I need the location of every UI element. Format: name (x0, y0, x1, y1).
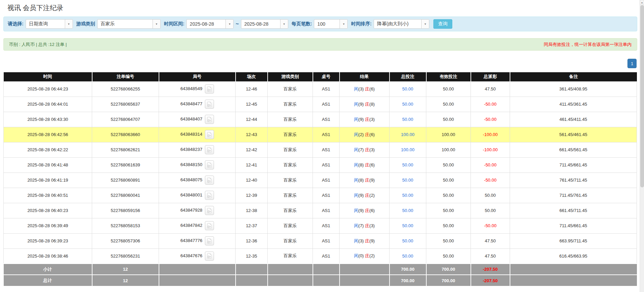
col-header-note: 备注 (510, 72, 637, 81)
total-bet-link[interactable]: 100.00 (401, 147, 414, 152)
cell-time: 2025-08-28 06:39:49 (4, 218, 92, 233)
round-number: 643848150 (180, 162, 202, 167)
video-replay-button[interactable] (205, 251, 214, 261)
player-score: (9) (358, 193, 364, 198)
player-label: 闲 (354, 208, 358, 213)
video-file-icon (207, 178, 212, 183)
video-replay-button[interactable] (205, 236, 214, 245)
total-bet-link[interactable]: 50.00 (402, 254, 413, 259)
cell-time: 2025-08-28 06:40:51 (4, 188, 92, 203)
per-page-select[interactable]: 100 ▼ (314, 19, 348, 29)
scroll-up-icon[interactable]: ▲ (640, 0, 644, 5)
cell-game-type: 百家乐 (268, 97, 313, 112)
cell-bet-id: 522768065637 (92, 97, 159, 112)
total-bet-link[interactable]: 50.00 (402, 86, 413, 91)
video-replay-button[interactable] (205, 145, 214, 154)
banker-label: 庄 (365, 253, 369, 258)
summary-count: 12 (92, 264, 159, 275)
total-bet-link[interactable]: 100.00 (401, 132, 414, 137)
total-bet-link[interactable]: 50.00 (402, 193, 413, 198)
cell-result: 闲(7) 庄(3) (340, 218, 390, 233)
summary-count: 12 (92, 275, 159, 286)
summary-total-payout: -207.50 (471, 264, 510, 275)
pagination: 1 (3, 59, 637, 68)
player-label: 闲 (354, 117, 358, 122)
cell-valid-bet: 50.00 (426, 157, 471, 172)
video-replay-button[interactable] (205, 100, 214, 109)
summary-bar: 币别 : 人民币 | 总共 :12 注单 | 同局有效投注，统一计算在该局第一张… (3, 38, 637, 51)
summary-valid-bet: 700.00 (426, 264, 471, 275)
vertical-scrollbar[interactable]: ▲ (640, 0, 644, 292)
cell-result: 闲(8) 庄(6) (340, 157, 390, 172)
cell-table-no: AS1 (313, 112, 340, 127)
cell-game-type: 百家乐 (268, 188, 313, 203)
video-file-icon (207, 162, 212, 168)
cell-time: 2025-08-28 06:40:23 (4, 203, 92, 218)
total-bet-link[interactable]: 50.00 (402, 102, 413, 107)
cell-total-bet: 50.00 (390, 97, 426, 112)
cell-table-no: AS1 (313, 81, 340, 97)
round-number: 643848075 (180, 177, 202, 182)
pagination-page-1-button[interactable]: 1 (627, 59, 637, 68)
cell-note: 616.45/663.95 (510, 248, 637, 264)
table-row: 2025-08-28 06:38:46 522768056231 6438476… (4, 248, 637, 264)
cell-session: 12-35 (236, 248, 268, 264)
cell-game-type: 百家乐 (268, 218, 313, 233)
cell-table-no: AS1 (313, 188, 340, 203)
video-replay-button[interactable] (205, 115, 214, 124)
banker-score: (2) (369, 253, 375, 258)
total-bet-link[interactable]: 50.00 (402, 162, 413, 167)
table-row: 2025-08-28 06:43:30 522768064707 6438484… (4, 112, 637, 127)
video-replay-button[interactable] (205, 84, 214, 94)
banker-label: 庄 (365, 162, 369, 167)
cell-round-no: 643848477 (159, 97, 236, 112)
total-bet-link[interactable]: 50.00 (402, 223, 413, 228)
cell-round-no: 643848237 (159, 142, 236, 157)
cell-note: 411.45/361.45 (510, 97, 637, 112)
player-label: 闲 (354, 253, 358, 258)
video-file-icon (207, 223, 212, 229)
banker-label: 庄 (365, 208, 369, 213)
video-replay-button[interactable] (205, 130, 214, 139)
time-range-label: 时间区间: (164, 21, 185, 27)
video-file-icon (207, 102, 212, 107)
total-bet-link[interactable]: 50.00 (402, 208, 413, 213)
video-replay-button[interactable] (205, 176, 214, 185)
cell-valid-bet: 100.00 (426, 142, 471, 157)
video-replay-button[interactable] (205, 221, 214, 230)
table-body: 2025-08-28 06:44:23 522768066255 6438485… (4, 81, 637, 264)
col-header-valid-bet: 有效投注 (426, 72, 471, 81)
cell-total-payout: -50.00 (471, 172, 510, 188)
date-to-select[interactable]: 2025-08-28 ▼ (241, 19, 288, 29)
table-row: 2025-08-28 06:39:49 522768058153 6438478… (4, 218, 637, 233)
per-page-label: 每页笔数: (292, 21, 312, 27)
sort-order-label: 时间排序: (351, 21, 372, 27)
page-root: 视讯 会员下注纪录 请选择: 日期查询 ▼ 游戏类别 百家乐 ▼ 时间区间: 2… (0, 3, 644, 286)
game-type-select[interactable]: 百家乐 ▼ (97, 19, 161, 29)
table-row: 2025-08-28 06:40:51 522768060041 6438480… (4, 188, 637, 203)
cell-note: 761.45/711.45 (510, 172, 637, 188)
player-score: (9) (358, 208, 364, 213)
cell-valid-bet: 50.00 (426, 97, 471, 112)
cell-result: 闲(3) 庄(9) (340, 233, 390, 248)
total-bet-link[interactable]: 50.00 (402, 178, 413, 183)
cell-game-type: 百家乐 (268, 203, 313, 218)
banker-label: 庄 (365, 223, 369, 228)
search-button[interactable]: 查询 (433, 19, 452, 29)
col-header-session: 场次 (236, 72, 268, 81)
date-from-select[interactable]: 2025-08-28 ▼ (186, 19, 234, 29)
query-type-select[interactable]: 日期查询 ▼ (26, 19, 73, 29)
col-header-result: 结果 (340, 72, 390, 81)
sort-order-select[interactable]: 降幂(由大到小) ▼ (374, 19, 429, 29)
video-replay-button[interactable] (205, 191, 214, 200)
video-replay-button[interactable] (205, 206, 214, 215)
video-replay-button[interactable] (205, 160, 214, 169)
cell-bet-id: 522768066255 (92, 81, 159, 97)
video-file-icon (207, 193, 212, 198)
cell-total-payout: 47.50 (471, 248, 510, 264)
total-bet-link[interactable]: 50.00 (402, 117, 413, 122)
scrollbar-thumb[interactable] (640, 5, 644, 187)
total-bet-link[interactable]: 50.00 (402, 238, 413, 243)
round-number: 643847842 (180, 223, 202, 228)
col-header-total-payout: 总派彩 (471, 72, 510, 81)
